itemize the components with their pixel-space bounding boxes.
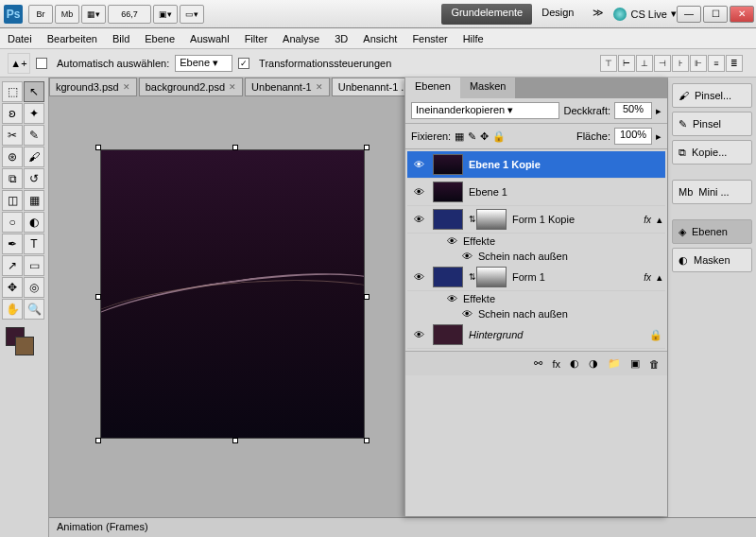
stamp-tool[interactable]: ⧉ — [2, 168, 23, 189]
menu-fenster[interactable]: Fenster — [412, 33, 447, 44]
screen-mode-button[interactable]: ▭▾ — [180, 5, 204, 24]
heal-tool[interactable]: ⊛ — [2, 147, 23, 167]
fill-slider[interactable]: ▸ — [656, 130, 662, 143]
new-layer-icon[interactable]: ▣ — [630, 357, 640, 370]
path-select[interactable]: ↗ — [2, 255, 23, 276]
animation-panel-tab[interactable]: Animation (Frames) — [49, 517, 756, 537]
zoom-tool[interactable]: 🔍 — [24, 299, 44, 320]
menu-ebene[interactable]: Ebene — [145, 33, 175, 44]
fx-badge[interactable]: fx — [644, 272, 651, 283]
layer-name[interactable]: Form 1 — [512, 271, 644, 283]
menu-bearbeiten[interactable]: Bearbeiten — [47, 33, 97, 44]
auto-select-checkbox[interactable] — [36, 58, 47, 69]
layer-row[interactable]: 👁 Ebene 1 — [407, 179, 665, 206]
workspace-design[interactable]: Design — [532, 4, 583, 25]
fill-field[interactable]: 100% — [614, 128, 652, 145]
close-icon[interactable]: ✕ — [229, 82, 236, 92]
layer-row[interactable]: 👁 ⇅ Form 1 Kopie fx▴ — [407, 206, 665, 234]
lasso-tool[interactable]: ʚ — [2, 103, 23, 124]
layer-mask[interactable] — [476, 209, 507, 230]
layer-effect-item[interactable]: 👁Schein nach außen — [407, 249, 665, 264]
layer-name[interactable]: Ebene 1 Kopie — [469, 159, 662, 170]
layer-thumb[interactable] — [433, 267, 463, 287]
layer-mask[interactable] — [476, 267, 507, 287]
workspace-more[interactable]: ≫ — [583, 4, 613, 25]
menu-ansicht[interactable]: Ansicht — [363, 33, 397, 44]
layer-thumb[interactable] — [433, 182, 463, 202]
opacity-slider[interactable]: ▸ — [656, 105, 662, 117]
marquee-tool[interactable]: ⬚ — [2, 81, 23, 102]
layer-name[interactable]: Ebene 1 — [469, 186, 662, 198]
layer-thumb[interactable] — [433, 324, 463, 345]
menu-hilfe[interactable]: Hilfe — [463, 33, 484, 44]
dist2-icon[interactable]: ≣ — [726, 55, 743, 72]
cs-live-button[interactable]: CS Live▾ — [613, 8, 677, 21]
panel-masken[interactable]: ◐Masken — [672, 248, 752, 272]
zoom-level-field[interactable]: 66,7 — [108, 5, 151, 24]
history-brush[interactable]: ↺ — [24, 168, 44, 189]
layer-thumb[interactable] — [433, 154, 463, 175]
layer-row[interactable]: 👁 Ebene 1 Kopie — [407, 151, 665, 179]
trash-icon[interactable]: 🗑 — [649, 358, 660, 370]
type-tool[interactable]: T — [24, 234, 44, 254]
layer-row[interactable]: 👁 Hintergrund 🔒 — [407, 321, 665, 349]
layer-name[interactable]: Form 1 Kopie — [512, 214, 644, 225]
visibility-icon[interactable]: 👁 — [447, 235, 457, 247]
dist-icon[interactable]: ≡ — [708, 55, 725, 72]
close-icon[interactable]: ✕ — [316, 82, 323, 92]
pen-tool[interactable]: ✒ — [2, 234, 23, 254]
layer-effect-item[interactable]: 👁Schein nach außen — [407, 306, 665, 321]
tab-ebenen[interactable]: Ebenen — [405, 78, 460, 98]
workspace-grundelemente[interactable]: Grundelemente — [441, 4, 532, 25]
tab-2[interactable]: Unbenannt-1✕ — [245, 78, 330, 96]
close-button[interactable]: ✕ — [730, 6, 754, 23]
dodge-tool[interactable]: ◐ — [24, 212, 44, 233]
panel-kopie[interactable]: ⧉Kopie... — [672, 140, 752, 165]
tab-0[interactable]: kground3.psd✕ — [49, 78, 137, 96]
tab-masken[interactable]: Masken — [460, 78, 516, 98]
adjustment-icon[interactable]: ◑ — [589, 357, 598, 370]
visibility-icon[interactable]: 👁 — [410, 186, 427, 198]
eraser-tool[interactable]: ◫ — [2, 190, 23, 211]
layer-name[interactable]: Hintergrund — [469, 329, 649, 340]
wand-tool[interactable]: ✦ — [24, 103, 44, 124]
align-left-icon[interactable]: ⊣ — [654, 55, 671, 72]
lock-all-icon[interactable]: 🔒 — [492, 130, 506, 143]
visibility-icon[interactable]: 👁 — [410, 159, 427, 170]
visibility-icon[interactable]: 👁 — [410, 329, 427, 340]
arrange-button[interactable]: ▣▾ — [153, 5, 178, 24]
eyedropper-tool[interactable]: ✎ — [24, 125, 44, 146]
minimize-button[interactable]: — — [677, 6, 701, 23]
auto-select-target[interactable]: Ebene ▾ — [175, 55, 232, 72]
fx-icon[interactable]: fx — [552, 358, 560, 370]
move-tool-icon[interactable]: ▲+ — [8, 53, 30, 74]
menu-filter[interactable]: Filter — [245, 33, 267, 44]
close-icon[interactable]: ✕ — [123, 82, 130, 92]
panel-mini[interactable]: MbMini ... — [672, 180, 752, 204]
maximize-button[interactable]: ☐ — [703, 6, 728, 23]
link-icon[interactable]: ⇅ — [469, 272, 476, 282]
layer-effects[interactable]: 👁Effekte — [407, 291, 665, 306]
color-swatch[interactable] — [2, 327, 46, 355]
align-top-icon[interactable]: ⊤ — [600, 55, 617, 72]
collapse-icon[interactable]: ▴ — [657, 214, 662, 226]
brush-tool[interactable]: 🖌 — [24, 147, 44, 167]
lock-move-icon[interactable]: ✥ — [480, 130, 489, 143]
lock-paint-icon[interactable]: ✎ — [468, 130, 476, 143]
panel-pinsel[interactable]: ✎Pinsel — [672, 112, 752, 136]
3d-tool[interactable]: ✥ — [2, 277, 23, 298]
layer-thumb[interactable] — [433, 209, 463, 230]
shape-tool[interactable]: ▭ — [24, 255, 44, 276]
visibility-icon[interactable]: 👁 — [410, 214, 427, 225]
menu-auswahl[interactable]: Auswahl — [190, 33, 230, 44]
collapse-icon[interactable]: ▴ — [657, 271, 662, 284]
blend-mode-select[interactable]: Ineinanderkopieren ▾ — [411, 102, 559, 119]
panel-pinsel-pre[interactable]: 🖌Pinsel... — [672, 83, 752, 108]
background-color[interactable] — [15, 337, 34, 355]
tab-1[interactable]: background2.psd✕ — [139, 78, 243, 96]
menu-datei[interactable]: Datei — [8, 33, 32, 44]
opacity-field[interactable]: 50% — [614, 102, 652, 119]
3d-cam[interactable]: ◎ — [24, 277, 44, 298]
menu-3d[interactable]: 3D — [335, 33, 348, 44]
visibility-icon[interactable]: 👁 — [447, 293, 457, 304]
